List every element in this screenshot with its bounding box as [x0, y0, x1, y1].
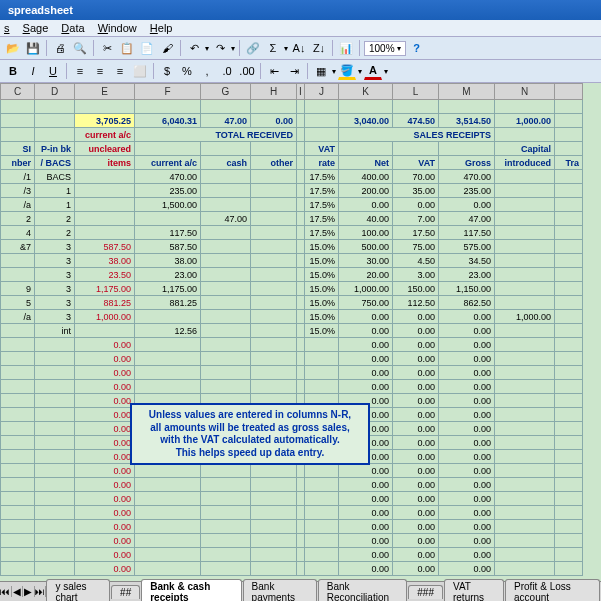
col-header[interactable]: D [35, 84, 75, 100]
sheet-tab[interactable]: ### [408, 585, 443, 599]
sheet-tab[interactable]: y sales chart [46, 579, 110, 601]
link-icon[interactable]: 🔗 [244, 39, 262, 57]
chevron-down-icon[interactable]: ▾ [358, 67, 362, 76]
table-row[interactable]: 42117.5017.5%100.0017.50117.50 [1, 226, 583, 240]
col-header[interactable]: N [495, 84, 555, 100]
col-header[interactable]: I [297, 84, 305, 100]
undo-icon[interactable]: ↶ [185, 39, 203, 57]
col-header[interactable]: C [1, 84, 35, 100]
bold-icon[interactable]: B [4, 62, 22, 80]
col-header[interactable]: M [439, 84, 495, 100]
menu-item[interactable]: Help [150, 22, 173, 34]
underline-icon[interactable]: U [44, 62, 62, 80]
table-row[interactable]: 338.0038.0015.0%30.004.5034.50 [1, 254, 583, 268]
table-row-header[interactable]: current a/c TOTAL RECEIVED SALES RECEIPT… [1, 128, 583, 142]
table-row[interactable]: 0.000.000.000.00 [1, 520, 583, 534]
sheet-tab[interactable]: VAT returns [444, 579, 504, 601]
chevron-down-icon[interactable]: ▾ [332, 67, 336, 76]
table-row[interactable]: 0.000.000.000.00 [1, 380, 583, 394]
chevron-down-icon[interactable]: ▾ [231, 44, 235, 53]
open-icon[interactable]: 📂 [4, 39, 22, 57]
table-row[interactable]: 0.000.000.000.00 [1, 478, 583, 492]
table-row[interactable]: 0.000.000.000.00 [1, 464, 583, 478]
chevron-down-icon[interactable]: ▾ [284, 44, 288, 53]
tab-nav-next-icon[interactable]: ▶ [23, 586, 35, 597]
menu-item[interactable]: Window [98, 22, 137, 34]
col-header[interactable]: H [251, 84, 297, 100]
sort-asc-icon[interactable]: A↓ [290, 39, 308, 57]
indent-right-icon[interactable]: ⇥ [285, 62, 303, 80]
table-row[interactable]: 0.000.000.000.00 [1, 548, 583, 562]
align-left-icon[interactable]: ≡ [71, 62, 89, 80]
redo-icon[interactable]: ↷ [211, 39, 229, 57]
table-row[interactable]: 0.000.000.000.00 [1, 366, 583, 380]
table-row[interactable]: 0.000.000.000.00 [1, 562, 583, 576]
table-row[interactable]: 0.000.000.000.00 [1, 352, 583, 366]
font-color-icon[interactable]: A [364, 62, 382, 80]
fill-color-icon[interactable]: 🪣 [338, 62, 356, 80]
tab-nav-last-icon[interactable]: ⏭ [35, 586, 47, 597]
col-header[interactable]: G [201, 84, 251, 100]
align-right-icon[interactable]: ≡ [111, 62, 129, 80]
table-row[interactable]: 0.000.000.000.00 [1, 534, 583, 548]
align-center-icon[interactable]: ≡ [91, 62, 109, 80]
table-row[interactable]: 53881.25881.2515.0%750.00112.50862.50 [1, 296, 583, 310]
paste-icon[interactable]: 📄 [138, 39, 156, 57]
chevron-down-icon[interactable]: ▾ [384, 67, 388, 76]
zoom-select[interactable]: 100% ▾ [364, 41, 406, 56]
cut-icon[interactable]: ✂ [98, 39, 116, 57]
table-row[interactable] [1, 100, 583, 114]
dec-decimal-icon[interactable]: .00 [238, 62, 256, 80]
border-icon[interactable]: ▦ [312, 62, 330, 80]
col-header[interactable]: K [339, 84, 393, 100]
tab-nav-first-icon[interactable]: ⏮ [0, 586, 12, 597]
table-row[interactable]: 0.000.000.000.00 [1, 506, 583, 520]
save-icon[interactable]: 💾 [24, 39, 42, 57]
brush-icon[interactable]: 🖌 [158, 39, 176, 57]
col-header[interactable]: L [393, 84, 439, 100]
sum-icon[interactable]: Σ [264, 39, 282, 57]
sheet-tab[interactable]: ## [111, 585, 140, 599]
merge-icon[interactable]: ⬜ [131, 62, 149, 80]
col-header[interactable] [555, 84, 583, 100]
sheet-tab[interactable]: Bank Reconciliation [318, 579, 408, 601]
percent-icon[interactable]: % [178, 62, 196, 80]
table-row[interactable]: /a11,500.0017.5%0.000.000.00 [1, 198, 583, 212]
italic-icon[interactable]: I [24, 62, 42, 80]
col-header[interactable]: F [135, 84, 201, 100]
sort-desc-icon[interactable]: Z↓ [310, 39, 328, 57]
menu-item[interactable]: s [4, 22, 10, 34]
table-row[interactable]: /1BACS470.0017.5%400.0070.00470.00 [1, 170, 583, 184]
col-header[interactable]: J [305, 84, 339, 100]
currency-icon[interactable]: $ [158, 62, 176, 80]
sheet-tab[interactable]: Profit & Loss account [505, 579, 600, 601]
table-row[interactable]: 323.5023.0015.0%20.003.0023.00 [1, 268, 583, 282]
table-row-totals[interactable]: 3,705.25 6,040.31 47.00 0.00 3,040.00 47… [1, 114, 583, 128]
table-row[interactable]: 0.000.000.000.00 [1, 338, 583, 352]
sheet-tab[interactable]: Bank payments [243, 579, 317, 601]
table-row[interactable]: int12.5615.0%0.000.000.00 [1, 324, 583, 338]
table-row[interactable]: &73587.50587.5015.0%500.0075.00575.00 [1, 240, 583, 254]
table-row-header[interactable]: nber / BACS items current a/c cash other… [1, 156, 583, 170]
help-icon[interactable]: ? [408, 39, 426, 57]
chevron-down-icon[interactable]: ▾ [205, 44, 209, 53]
table-row[interactable]: /a31,000.0015.0%0.000.000.001,000.00 [1, 310, 583, 324]
sheet-tab-active[interactable]: Bank & cash receipts [141, 579, 241, 601]
table-row[interactable]: /31235.0017.5%200.0035.00235.00 [1, 184, 583, 198]
table-row[interactable]: 931,175.001,175.0015.0%1,000.00150.001,1… [1, 282, 583, 296]
comma-icon[interactable]: , [198, 62, 216, 80]
menu-item[interactable]: Data [61, 22, 84, 34]
indent-left-icon[interactable]: ⇤ [265, 62, 283, 80]
preview-icon[interactable]: 🔍 [71, 39, 89, 57]
inc-decimal-icon[interactable]: .0 [218, 62, 236, 80]
table-row-header[interactable]: SI P-in bk uncleared VAT Capital [1, 142, 583, 156]
menu-item[interactable]: SSageage [23, 22, 49, 34]
col-header[interactable]: E [75, 84, 135, 100]
table-row[interactable]: 0.000.000.000.00 [1, 492, 583, 506]
print-icon[interactable]: 🖨 [51, 39, 69, 57]
table-row[interactable]: 2247.0017.5%40.007.0047.00 [1, 212, 583, 226]
chart-icon[interactable]: 📊 [337, 39, 355, 57]
copy-icon[interactable]: 📋 [118, 39, 136, 57]
tab-nav-prev-icon[interactable]: ◀ [12, 586, 24, 597]
spreadsheet-grid[interactable]: CDEFGHIJKLMN 3,705.25 6,040.31 47.00 0.0… [0, 83, 601, 576]
